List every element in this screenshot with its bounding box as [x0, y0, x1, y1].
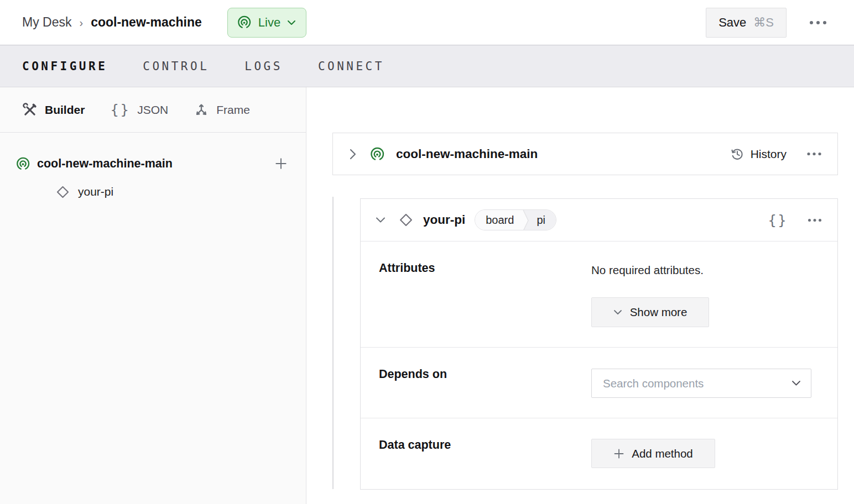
save-button-label: Save — [718, 15, 746, 30]
edit-json-button[interactable]: {} — [768, 212, 788, 228]
breadcrumb-machine-name: cool-new-machine — [91, 15, 202, 30]
attributes-label: Attributes — [379, 261, 435, 275]
depends-on-placeholder: Search components — [603, 377, 791, 390]
machine-card-menu-button[interactable] — [805, 149, 823, 159]
mode-builder-label: Builder — [45, 103, 85, 117]
show-more-label: Show more — [630, 306, 688, 319]
data-capture-section: Data capture Add method — [361, 418, 837, 489]
tree-indent-line — [332, 197, 334, 489]
machine-config-page: My Desk › cool-new-machine Live Save — [0, 0, 854, 504]
main-tabbar: CONFIGURE CONTROL LOGS CONNECT — [0, 45, 854, 87]
chevron-down-icon — [613, 309, 622, 315]
plus-icon — [613, 448, 624, 459]
breadcrumb-parent-link[interactable]: My Desk — [22, 15, 71, 30]
ellipsis-icon — [809, 20, 827, 25]
chevron-down-icon — [791, 380, 801, 386]
config-sidebar: Builder {} JSON Frame — [0, 87, 306, 504]
config-main-panel: cool-new-machine-main History — [307, 87, 854, 504]
tab-logs[interactable]: LOGS — [244, 60, 283, 73]
mode-json[interactable]: {} JSON — [110, 102, 168, 118]
component-card-header: your-pi board pi {} — [361, 199, 837, 242]
depends-on-select[interactable]: Search components — [591, 369, 811, 398]
tree-item-your-pi[interactable]: your-pi — [55, 178, 290, 206]
history-button-label: History — [751, 148, 787, 161]
mode-builder[interactable]: Builder — [22, 102, 85, 118]
view-mode-switcher: Builder {} JSON Frame — [0, 87, 306, 133]
component-model: pi — [529, 210, 556, 230]
broadcast-icon — [15, 156, 30, 171]
add-method-button[interactable]: Add method — [591, 439, 715, 468]
tree-item-machine-main[interactable]: cool-new-machine-main — [15, 149, 290, 178]
expand-chevron-right-icon[interactable] — [350, 148, 357, 160]
braces-icon: {} — [110, 102, 130, 118]
mode-json-label: JSON — [137, 103, 168, 117]
diamond-icon — [55, 185, 70, 200]
breadcrumb-separator: › — [79, 15, 83, 29]
tab-connect[interactable]: CONNECT — [318, 60, 384, 73]
broadcast-icon — [237, 15, 252, 30]
component-type-badge: board pi — [475, 209, 556, 230]
axes-icon — [194, 102, 209, 118]
diamond-icon — [398, 212, 414, 228]
depends-on-label: Depends on — [379, 368, 447, 381]
tab-control[interactable]: CONTROL — [143, 60, 209, 73]
mode-frame-label: Frame — [216, 103, 250, 117]
history-button[interactable]: History — [730, 147, 787, 161]
component-type: board — [475, 210, 522, 230]
breadcrumb: My Desk › cool-new-machine — [22, 15, 202, 30]
chevron-down-icon — [287, 20, 296, 25]
tree-item-your-pi-label: your-pi — [78, 185, 113, 198]
save-button[interactable]: Save ⌘S — [706, 8, 787, 38]
tree-item-machine-main-label: cool-new-machine-main — [37, 157, 272, 171]
top-header: My Desk › cool-new-machine Live Save — [0, 0, 854, 45]
attributes-section: Attributes No required attributes. Show … — [361, 242, 837, 348]
machine-part-card: cool-new-machine-main History — [332, 133, 838, 175]
component-tree: cool-new-machine-main your-pi — [0, 133, 306, 206]
add-component-button[interactable] — [272, 154, 290, 173]
component-card-your-pi: your-pi board pi {} — [360, 198, 838, 490]
live-status-label: Live — [258, 15, 280, 30]
tab-configure[interactable]: CONFIGURE — [22, 60, 107, 73]
show-more-button[interactable]: Show more — [591, 297, 709, 327]
attributes-empty-message: No required attributes. — [591, 264, 823, 277]
plus-icon — [274, 156, 288, 171]
collapse-chevron-down-icon[interactable] — [375, 217, 386, 223]
save-shortcut-hint: ⌘S — [753, 15, 774, 30]
live-status-badge[interactable]: Live — [227, 8, 306, 38]
mode-frame[interactable]: Frame — [194, 102, 250, 118]
component-card-menu-button[interactable] — [806, 215, 823, 225]
data-capture-label: Data capture — [379, 438, 451, 452]
ellipsis-icon — [806, 152, 822, 156]
broadcast-icon — [369, 146, 385, 162]
add-method-label: Add method — [632, 447, 693, 460]
ellipsis-icon — [808, 218, 822, 222]
machine-part-title: cool-new-machine-main — [396, 147, 538, 161]
pill-chevron-divider — [522, 210, 529, 230]
history-clock-icon — [730, 147, 744, 161]
header-overflow-menu-button[interactable] — [806, 16, 830, 29]
tools-icon — [22, 102, 38, 118]
component-title: your-pi — [423, 213, 465, 227]
depends-on-section: Depends on Search components — [361, 348, 837, 418]
